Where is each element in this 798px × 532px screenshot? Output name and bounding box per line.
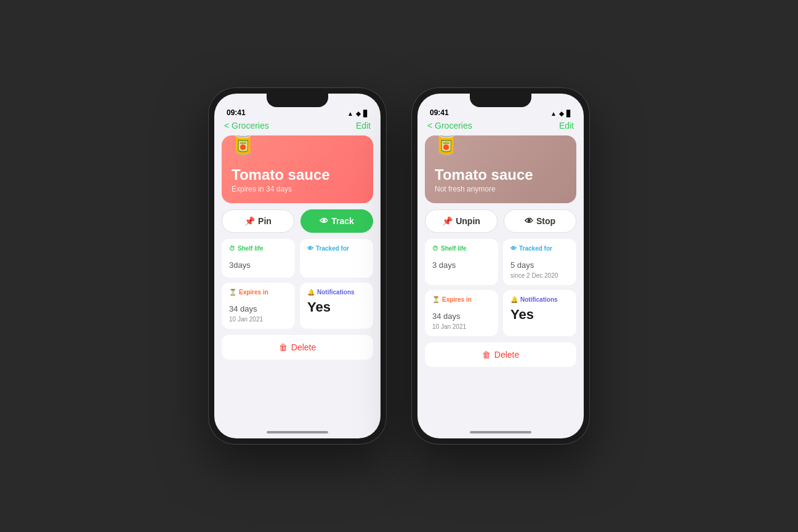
home-bar-1 <box>267 431 328 433</box>
eye-track-icon-2: 👁 <box>510 245 517 252</box>
wifi-icon-1: ◆ <box>356 110 361 117</box>
shelf-life-value-1: 3days <box>229 256 288 272</box>
back-button-1[interactable]: < Groceries <box>224 121 269 131</box>
notch-1 <box>267 94 328 107</box>
shelf-life-label-2: ⏱ Shelf life <box>432 245 491 252</box>
product-subtitle-2: Not fresh anymore <box>435 185 566 193</box>
battery-icon-1: ▊ <box>363 110 368 117</box>
tracked-for-cell-2: 👁 Tracked for 5 days since 2 Dec 2020 <box>503 239 576 285</box>
notifications-label-1: 🔔 Notifications <box>307 289 366 296</box>
edit-button-2[interactable]: Edit <box>559 121 574 131</box>
shelf-life-value-2: 3 days <box>432 256 491 272</box>
hero-card-2: 🥫 Tomato sauce Not fresh anymore <box>425 135 576 203</box>
screen-2: 09:41 ▲ ◆ ▊ < Groceries Edit 🥫 Tomato sa… <box>417 94 584 438</box>
product-icon-1: 🥫 <box>229 135 257 156</box>
clock-icon-1: ⏱ <box>229 245 235 252</box>
pin-icon-2: 📌 <box>442 216 453 226</box>
nav-bar-1: < Groceries Edit <box>214 121 381 135</box>
home-bar-2 <box>470 431 531 433</box>
delete-button-2[interactable]: 🗑 Delete <box>425 342 576 367</box>
eye-icon-2: 👁 <box>525 216 533 226</box>
tracked-for-label-1: 👁 Tracked for <box>307 245 366 252</box>
bell-icon-1: 🔔 <box>307 289 315 296</box>
status-time-1: 09:41 <box>227 108 246 117</box>
edit-button-1[interactable]: Edit <box>356 121 371 131</box>
eye-track-icon-1: 👁 <box>307 245 313 252</box>
product-title-2: Tomato sauce <box>435 166 566 183</box>
shelf-life-cell-1: ⏱ Shelf life 3days <box>222 239 295 278</box>
expires-date-1: 10 Jan 2021 <box>229 316 288 323</box>
home-indicator-1 <box>214 426 381 438</box>
nav-bar-2: < Groceries Edit <box>417 121 584 135</box>
phone-1: 09:41 ▲ ◆ ▊ < Groceries Edit 🥫 Tomato sa… <box>208 87 387 445</box>
delete-button-1[interactable]: 🗑 Delete <box>222 335 373 360</box>
stop-button-2[interactable]: 👁 Stop <box>504 209 576 233</box>
notifications-cell-2: 🔔 Notifications Yes <box>503 290 576 336</box>
content-2: 🥫 Tomato sauce Not fresh anymore 📌 Unpin… <box>417 135 584 426</box>
product-subtitle-1: Expires in 34 days <box>232 185 363 193</box>
signal-icon-2: ▲ <box>550 110 557 117</box>
tracked-for-value-2: 5 days <box>510 256 569 272</box>
bell-icon-2: 🔔 <box>510 296 518 303</box>
notifications-cell-1: 🔔 Notifications Yes <box>300 283 373 329</box>
expires-value-1: 34 days <box>229 299 288 315</box>
shelf-life-label-1: ⏱ Shelf life <box>229 245 288 252</box>
tracked-for-cell-1: 👁 Tracked for <box>300 239 373 278</box>
tracked-for-sub-2: since 2 Dec 2020 <box>510 272 569 279</box>
expires-label-1: ⏳ Expires in <box>229 289 288 296</box>
signal-icon-1: ▲ <box>347 110 353 117</box>
status-time-2: 09:41 <box>430 108 449 117</box>
delete-label-1: Delete <box>291 342 316 352</box>
notifications-value-1: Yes <box>307 299 366 315</box>
phones-container: 09:41 ▲ ◆ ▊ < Groceries Edit 🥫 Tomato sa… <box>208 87 590 445</box>
battery-icon-2: ▊ <box>566 110 571 117</box>
action-row-1: 📌 Pin 👁 Track <box>222 209 373 233</box>
info-grid-1: ⏱ Shelf life 3days 👁 Tracked for <box>222 239 373 329</box>
delete-label-2: Delete <box>494 350 519 360</box>
notch-2 <box>470 94 531 107</box>
track-label-1: Track <box>331 216 354 226</box>
hourglass-icon-2: ⏳ <box>432 296 440 303</box>
status-icons-2: ▲ ◆ ▊ <box>550 110 571 117</box>
tracked-for-label-2: 👁 Tracked for <box>510 245 569 252</box>
phone-2: 09:41 ▲ ◆ ▊ < Groceries Edit 🥫 Tomato sa… <box>411 87 590 445</box>
stop-label-2: Stop <box>536 216 555 226</box>
expires-date-2: 10 Jan 2021 <box>432 323 491 330</box>
clock-icon-2: ⏱ <box>432 245 438 252</box>
pin-button-1[interactable]: 📌 Pin <box>222 209 294 233</box>
notifications-label-2: 🔔 Notifications <box>510 296 569 303</box>
back-button-2[interactable]: < Groceries <box>427 121 472 131</box>
pin-label-1: Pin <box>258 216 272 226</box>
action-row-2: 📌 Unpin 👁 Stop <box>425 209 576 233</box>
track-button-1[interactable]: 👁 Track <box>300 209 373 233</box>
shelf-life-cell-2: ⏱ Shelf life 3 days <box>425 239 498 285</box>
hero-card-1: 🥫 Tomato sauce Expires in 34 days <box>222 135 373 203</box>
eye-icon-1: 👁 <box>320 216 328 226</box>
content-1: 🥫 Tomato sauce Expires in 34 days 📌 Pin … <box>214 135 381 426</box>
hourglass-icon-1: ⏳ <box>229 289 236 296</box>
product-title-1: Tomato sauce <box>232 166 363 183</box>
expires-value-2: 34 days <box>432 307 491 323</box>
screen-1: 09:41 ▲ ◆ ▊ < Groceries Edit 🥫 Tomato sa… <box>214 94 381 438</box>
unpin-label-2: Unpin <box>456 216 480 226</box>
trash-icon-2: 🗑 <box>482 350 491 360</box>
notifications-value-2: Yes <box>510 307 569 323</box>
wifi-icon-2: ◆ <box>559 110 564 117</box>
status-icons-1: ▲ ◆ ▊ <box>347 110 368 117</box>
home-indicator-2 <box>417 426 584 438</box>
expires-cell-1: ⏳ Expires in 34 days 10 Jan 2021 <box>222 283 295 329</box>
expires-cell-2: ⏳ Expires in 34 days 10 Jan 2021 <box>425 290 498 336</box>
info-grid-2: ⏱ Shelf life 3 days 👁 Tracked for <box>425 239 576 336</box>
expires-label-2: ⏳ Expires in <box>432 296 491 303</box>
unpin-button-2[interactable]: 📌 Unpin <box>425 209 498 233</box>
trash-icon-1: 🗑 <box>279 342 288 352</box>
pin-icon-1: 📌 <box>244 216 255 226</box>
product-icon-2: 🥫 <box>432 135 460 156</box>
